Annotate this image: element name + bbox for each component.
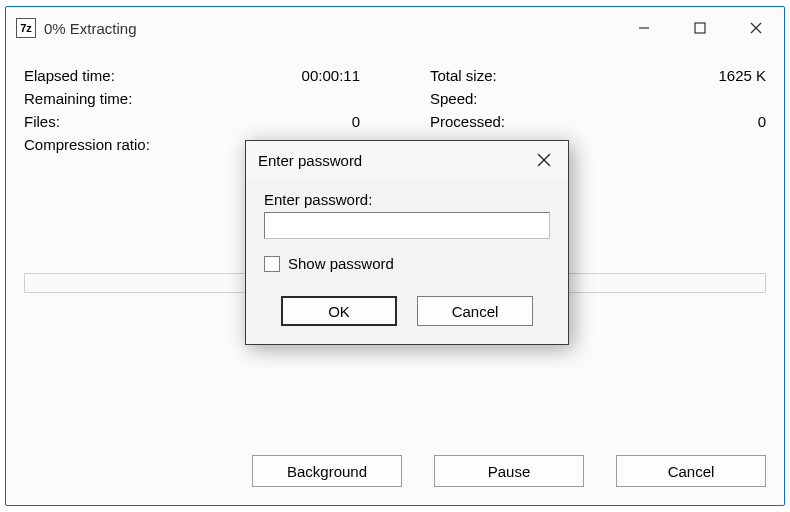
dialog-close-button[interactable] [520,141,568,179]
password-dialog: Enter password Enter password: Show pass… [245,140,569,345]
close-button[interactable] [728,7,784,49]
processed-label: Processed: [430,113,676,130]
total-size-label: Total size: [430,67,676,84]
dialog-titlebar: Enter password [246,141,568,179]
files-value: 0 [270,113,360,130]
window-title: 0% Extracting [44,20,616,37]
total-size-value: 1625 K [676,67,766,84]
compression-ratio-label: Compression ratio: [24,136,270,153]
remaining-time-label: Remaining time: [24,90,270,107]
speed-value [676,90,766,107]
dialog-button-bar: OK Cancel [264,296,550,326]
minimize-button[interactable] [616,7,672,49]
titlebar: 7z 0% Extracting [6,7,784,49]
dialog-title: Enter password [258,152,520,169]
background-button[interactable]: Background [252,455,402,487]
files-label: Files: [24,113,270,130]
pause-button[interactable]: Pause [434,455,584,487]
speed-label: Speed: [430,90,676,107]
ok-button[interactable]: OK [281,296,397,326]
svg-rect-5 [695,23,705,33]
elapsed-time-label: Elapsed time: [24,67,270,84]
show-password-label: Show password [288,255,394,272]
processed-value: 0 [676,113,766,130]
maximize-button[interactable] [672,7,728,49]
cancel-button[interactable]: Cancel [616,455,766,487]
app-icon: 7z [16,18,36,38]
window-controls [616,7,784,49]
password-field-label: Enter password: [264,191,550,208]
show-password-checkbox[interactable] [264,256,280,272]
show-password-row: Show password [264,255,550,272]
dialog-cancel-button[interactable]: Cancel [417,296,533,326]
elapsed-time-value: 00:00:11 [270,67,360,84]
dialog-body: Enter password: Show password OK Cancel [246,179,568,344]
password-input[interactable] [264,212,550,239]
bottom-button-bar: Background Pause Cancel [252,455,766,487]
remaining-time-value [270,90,360,107]
